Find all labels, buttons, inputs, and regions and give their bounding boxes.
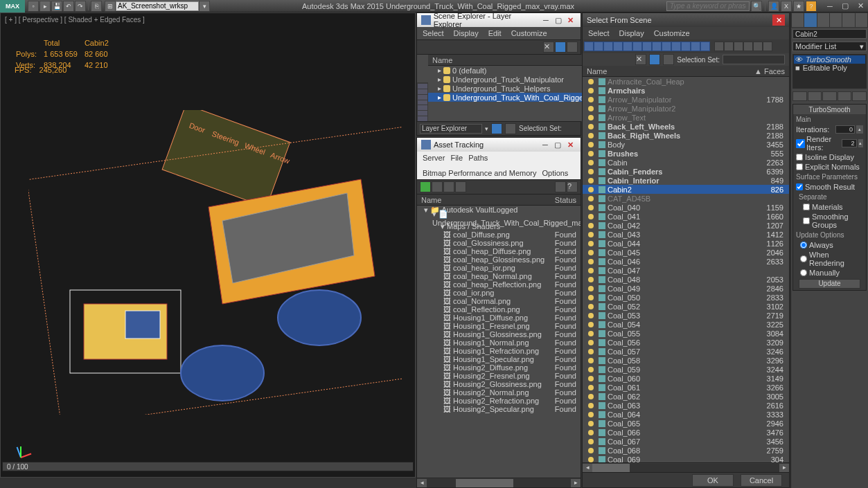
sync-icon[interactable] [567, 42, 578, 53]
utilities-tab[interactable] [856, 13, 867, 27]
menu-item[interactable]: Customize [654, 29, 690, 37]
filter-button[interactable] [662, 42, 671, 51]
object-row[interactable]: Cabin2263 [583, 158, 789, 167]
isoline-checkbox[interactable] [796, 154, 803, 161]
object-name-input[interactable] [792, 29, 867, 39]
filter-geo-icon[interactable] [418, 89, 427, 94]
object-row[interactable]: Armchairs [583, 86, 789, 95]
filter-button[interactable] [584, 42, 594, 51]
object-row[interactable]: Coal_0421207 [583, 221, 789, 230]
object-row[interactable]: Coal_0563209 [583, 338, 789, 347]
render-iters-input[interactable]: 2 [842, 139, 857, 147]
asset-hscroll[interactable]: ◂▸ [417, 478, 581, 487]
asset-row[interactable]: 🖼 coal_Glossiness.pngFound [417, 239, 581, 247]
filter-light-icon[interactable] [418, 100, 427, 105]
object-row[interactable]: Coal_0673456 [583, 437, 789, 446]
hierarchy-tab[interactable] [817, 13, 829, 27]
create-tab[interactable] [792, 13, 804, 27]
layer-explorer-dropdown[interactable]: Layer Explorer [420, 124, 482, 134]
sep-materials-checkbox[interactable] [803, 204, 810, 210]
search-icon[interactable]: 🔍 [751, 1, 762, 12]
smooth-result-checkbox[interactable] [796, 183, 803, 190]
help-icon[interactable]: ? [567, 181, 578, 192]
make-unique-icon[interactable] [822, 91, 837, 101]
layer-row[interactable]: ▸Underground_Truck_Manipulator [428, 75, 590, 84]
object-row[interactable]: Coal_0502833 [583, 293, 789, 302]
filter-button[interactable] [700, 42, 710, 51]
menu-item[interactable]: Select [423, 29, 444, 37]
explicit-normals-checkbox[interactable] [796, 163, 803, 170]
object-row[interactable]: Coal_0492846 [583, 284, 789, 293]
asset-tracking-header[interactable]: Asset Tracking ─ ▢ ✕ [417, 138, 581, 152]
layer-icon[interactable] [663, 54, 674, 65]
asset-row[interactable]: 🖼 coal_Reflection.pngFound [417, 305, 581, 314]
asset-row[interactable]: 🖼 coal_ior.pngFound [417, 289, 581, 297]
ok-button[interactable]: OK [692, 474, 734, 487]
object-row[interactable]: Coal_0553084 [583, 329, 789, 338]
modify-tab[interactable] [804, 13, 816, 27]
column-button[interactable] [714, 42, 724, 51]
object-row[interactable]: Coal_0431412 [583, 230, 789, 239]
motion-tab[interactable] [830, 13, 842, 27]
asset-row[interactable]: 🖼 Housing1_Diffuse.pngFound [417, 314, 581, 322]
show-result-icon[interactable] [808, 91, 822, 101]
lock-icon[interactable] [491, 123, 502, 134]
object-row[interactable]: Cabin_Fenders6399 [583, 167, 789, 176]
object-row[interactable]: Coal_0652946 [583, 419, 789, 428]
display-tab[interactable] [842, 13, 854, 27]
filter-cam-icon[interactable] [418, 105, 427, 110]
layer-row[interactable]: ▸Underground_Truck_Helpers [428, 84, 590, 93]
object-row[interactable]: Coal_0613266 [583, 383, 789, 392]
column-button[interactable] [753, 42, 763, 51]
asset-row[interactable]: 🖼 coal_heap_ior.pngFound [417, 264, 581, 272]
object-row[interactable]: Coal_0452046 [583, 248, 789, 257]
filter-button[interactable] [652, 42, 662, 51]
asset-row[interactable]: 🖼 Housing2_Refraction.pngFound [417, 397, 581, 405]
filter-button[interactable] [613, 42, 623, 51]
update-manual-radio[interactable] [800, 269, 807, 276]
object-row[interactable]: Cabin2826 [583, 185, 789, 194]
scene-explorer-list[interactable]: ▸0 (default)▸Underground_Truck_Manipulat… [428, 66, 590, 121]
configure-icon[interactable] [852, 91, 867, 101]
asset-row[interactable]: 🖼 coal_heap_Normal.pngFound [417, 272, 581, 280]
spinner-up-icon[interactable]: ▴ [858, 139, 863, 147]
asset-row[interactable]: 🖼 Housing2_Normal.pngFound [417, 388, 581, 397]
object-row[interactable]: Coal_0532719 [583, 311, 789, 320]
object-row[interactable]: Arrow_Manipulator2 [583, 104, 789, 113]
object-row[interactable]: Coal_047 [583, 266, 789, 275]
object-row[interactable]: Back_Right_Wheels2188 [583, 131, 789, 140]
time-slider[interactable]: 0 / 100 [2, 462, 414, 471]
remove-mod-icon[interactable] [838, 91, 852, 101]
object-row[interactable]: Coal_069304 [583, 455, 789, 462]
close-icon[interactable]: ✕ [772, 15, 785, 26]
asset-tracking-list[interactable]: ▾ 📁 Autodesk VaultLogged▾ 📄 Underground_… [417, 206, 581, 478]
rollout-title[interactable]: TurboSmooth [793, 105, 866, 114]
menu-item[interactable]: Paths [468, 153, 488, 163]
sfs-selset-input[interactable] [723, 55, 785, 64]
maximize-button[interactable]: ▢ [838, 1, 853, 12]
clear-icon[interactable]: ✕ [635, 54, 646, 65]
minimize-icon[interactable]: ─ [539, 139, 551, 150]
sfs-header[interactable]: Select From Scene ✕ [583, 13, 789, 27]
sfs-list[interactable]: Anthracite_Coal_HeapArmchairsArrow_Manip… [583, 77, 789, 462]
filter-button[interactable] [632, 42, 642, 51]
minimize-button[interactable]: ─ [822, 1, 838, 12]
object-row[interactable]: Coal_0482053 [583, 275, 789, 284]
cancel-button[interactable]: Cancel [741, 474, 782, 487]
close-button[interactable]: ✕ [853, 1, 868, 12]
object-row[interactable]: Anthracite_Coal_Heap [583, 77, 789, 86]
help-icon[interactable]: ? [806, 1, 817, 12]
object-row[interactable]: Coal_0543225 [583, 320, 789, 329]
view-icon[interactable] [649, 54, 660, 65]
update-render-radio[interactable] [800, 255, 807, 262]
layer-row[interactable]: ▸0 (default) [428, 66, 590, 75]
menu-item[interactable]: Display [454, 29, 479, 37]
object-row[interactable]: Coal_0573246 [583, 347, 789, 356]
filter-button[interactable] [594, 42, 603, 51]
undo-icon[interactable]: ↶ [63, 1, 74, 12]
sfs-hscroll[interactable]: ◂▸ [583, 462, 789, 472]
highlight-icon[interactable] [443, 181, 454, 192]
asset-row[interactable]: 🖼 Housing1_Specular.pngFound [417, 355, 581, 363]
menu-item[interactable]: Customize [511, 29, 547, 37]
refresh-icon[interactable] [420, 181, 431, 192]
